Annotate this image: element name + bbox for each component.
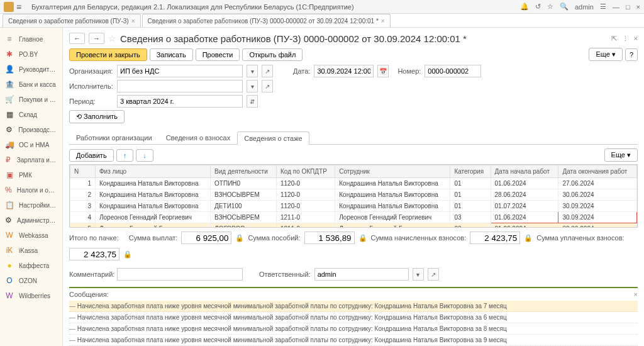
sidebar-item[interactable]: ⚙Администрирование bbox=[0, 213, 62, 228]
sidebar-item[interactable]: ⚙Производство bbox=[0, 122, 62, 137]
sum-pay-input[interactable] bbox=[181, 232, 231, 244]
close-tab-icon[interactable]: × bbox=[131, 18, 135, 25]
seniority-table[interactable]: NФиз лицоВид деятельностиКод по ОКПДТРСо… bbox=[70, 165, 637, 228]
external-icon[interactable]: ⇱ bbox=[611, 35, 617, 43]
hamburger-icon[interactable]: ≡ bbox=[16, 2, 26, 12]
sidebar-label: РО.BY bbox=[19, 51, 38, 58]
add-row-button[interactable]: Добавить bbox=[69, 149, 114, 162]
sidebar-label: Каффеста bbox=[19, 262, 49, 269]
sidebar-item[interactable]: iKiKassa bbox=[0, 243, 62, 258]
responsible-open-icon[interactable]: ↗ bbox=[428, 268, 439, 281]
executor-open-icon[interactable]: ↗ bbox=[262, 80, 273, 92]
sidebar-item[interactable]: 🛒Покупки и продажи bbox=[0, 92, 62, 107]
period-spinner-icon[interactable]: ⇵ bbox=[247, 95, 258, 108]
column-header[interactable]: Дата окончания работ bbox=[558, 165, 637, 178]
close-app-icon[interactable]: × bbox=[636, 3, 640, 11]
tab[interactable]: Сведения о стаже bbox=[237, 131, 309, 145]
doc-tab[interactable]: Сведения о заработке работников (ПУ-3) 0… bbox=[142, 14, 391, 27]
messages-close-icon[interactable]: × bbox=[634, 291, 638, 298]
nav-back[interactable]: ← bbox=[69, 33, 85, 44]
comment-input[interactable] bbox=[117, 268, 243, 281]
sidebar-item[interactable]: ₽Зарплата и кадры bbox=[0, 152, 62, 167]
sidebar-icon: W bbox=[5, 291, 14, 300]
history-icon[interactable]: ↺ bbox=[535, 3, 541, 11]
sidebar-item[interactable]: ▦Склад bbox=[0, 107, 62, 122]
sidebar-item[interactable]: 🚚ОС и НМА bbox=[0, 137, 62, 152]
star-icon[interactable]: ☆ bbox=[108, 33, 116, 43]
close-doc-icon[interactable]: × bbox=[634, 35, 638, 43]
sidebar-label: Склад bbox=[19, 111, 37, 118]
column-header[interactable]: N bbox=[70, 165, 96, 178]
doc-tab[interactable]: Сведения о заработке работников (ПУ-3)× bbox=[3, 14, 141, 27]
help-button[interactable]: ? bbox=[625, 48, 638, 61]
sum-acc-input[interactable] bbox=[470, 232, 520, 244]
period-input[interactable] bbox=[117, 95, 243, 108]
sidebar-item[interactable]: %Налоги и отчетность bbox=[0, 182, 62, 198]
number-input[interactable] bbox=[425, 65, 481, 77]
sidebar-label: Зарплата и кадры bbox=[17, 157, 57, 164]
table-row[interactable]: 5Лореонов Геннадий ГеоргиевичДОГОВОР1211… bbox=[70, 223, 637, 228]
sum-paid-input[interactable] bbox=[69, 248, 119, 260]
lock-icon: 🔒 bbox=[524, 234, 533, 242]
move-up-button[interactable]: ↑ bbox=[116, 149, 134, 162]
favorite-icon[interactable]: ☆ bbox=[547, 3, 553, 11]
sidebar-item[interactable]: ▣РМК bbox=[0, 167, 62, 182]
nav-fwd[interactable]: → bbox=[89, 33, 104, 44]
sidebar-item[interactable]: ✱РО.BY bbox=[0, 47, 62, 62]
column-header[interactable]: Категория bbox=[450, 165, 491, 178]
column-header[interactable]: Вид деятельности bbox=[211, 165, 277, 178]
settings-icon[interactable]: ☰ bbox=[600, 3, 606, 11]
sidebar-item[interactable]: OOZON bbox=[0, 273, 62, 288]
more-button[interactable]: Еще ▾ bbox=[589, 48, 622, 61]
doc-title: Сведения о заработке работников (ПУ-3) 0… bbox=[120, 33, 467, 44]
table-more-button[interactable]: Еще ▾ bbox=[604, 148, 638, 162]
post-button[interactable]: Провести bbox=[196, 48, 240, 61]
org-open-icon[interactable]: ↗ bbox=[262, 65, 273, 77]
minimize-icon[interactable]: — bbox=[613, 3, 619, 11]
org-dropdown-icon[interactable]: ▾ bbox=[247, 65, 258, 77]
executor-input[interactable] bbox=[117, 80, 243, 92]
doc-tabs: Сведения о заработке работников (ПУ-3)×С… bbox=[0, 14, 644, 28]
message-item[interactable]: Начислена заработная плата ниже уровня м… bbox=[69, 335, 638, 346]
tab[interactable]: Сведения о взносах bbox=[159, 131, 238, 144]
responsible-dropdown-icon[interactable]: ▾ bbox=[413, 268, 424, 281]
responsible-input[interactable] bbox=[314, 268, 409, 281]
message-item[interactable]: Начислена заработная плата ниже уровня м… bbox=[69, 301, 638, 312]
message-item[interactable]: Начислена заработная плата ниже уровня м… bbox=[69, 323, 638, 335]
sidebar-item[interactable]: 📋Настройки учета bbox=[0, 198, 62, 213]
sidebar-item[interactable]: WWildberries bbox=[0, 288, 62, 303]
maximize-icon[interactable]: □ bbox=[626, 3, 630, 11]
column-header[interactable]: Код по ОКПДТР bbox=[276, 165, 335, 178]
message-item[interactable]: Начислена заработная плата ниже уровня м… bbox=[69, 312, 638, 323]
table-row[interactable]: 1Кондрашина Наталья ВикторовнаОТПИН01120… bbox=[70, 178, 637, 189]
table-row[interactable]: 4Лореонов Геннадий ГеоргиевичВЗНОСЫВРЕМ1… bbox=[70, 212, 637, 223]
lock-icon: 🔒 bbox=[358, 234, 367, 242]
tab[interactable]: Работники организации bbox=[69, 131, 159, 144]
sidebar-item[interactable]: 🏦Банк и касса bbox=[0, 77, 62, 92]
column-header[interactable]: Дата начала работ bbox=[491, 165, 558, 178]
save-button[interactable]: Записать bbox=[150, 48, 193, 61]
column-header[interactable]: Сотрудник bbox=[335, 165, 450, 178]
bell-icon[interactable]: 🔔 bbox=[520, 3, 529, 11]
sum-ben-input[interactable] bbox=[304, 232, 355, 244]
sidebar-item[interactable]: WWebkassa bbox=[0, 228, 62, 243]
calendar-icon[interactable]: 📅 bbox=[377, 65, 389, 77]
fill-button[interactable]: ⟲ Заполнить bbox=[69, 110, 125, 123]
close-tab-icon[interactable]: × bbox=[381, 18, 385, 25]
sidebar-item[interactable]: ●Каффеста bbox=[0, 258, 62, 273]
options-icon[interactable]: ⋮ bbox=[622, 35, 629, 43]
sidebar-icon: ⚙ bbox=[5, 216, 12, 225]
search-icon[interactable]: 🔍 bbox=[560, 3, 569, 11]
org-input[interactable] bbox=[117, 65, 243, 77]
sidebar-item[interactable]: 👤Руководителю bbox=[0, 62, 62, 77]
table-row[interactable]: 2Кондрашина Наталья ВикторовнаВЗНОСЫВРЕМ… bbox=[70, 189, 637, 201]
open-file-button[interactable]: Открыть файл bbox=[242, 48, 303, 61]
move-down-button[interactable]: ↓ bbox=[136, 149, 153, 162]
post-close-button[interactable]: Провести и закрыть bbox=[69, 48, 147, 61]
executor-dropdown-icon[interactable]: ▾ bbox=[247, 80, 258, 92]
date-input[interactable] bbox=[314, 65, 374, 77]
sidebar-item[interactable]: ≡Главное bbox=[0, 31, 62, 47]
user-name[interactable]: admin bbox=[575, 3, 594, 11]
table-row[interactable]: 3Кондрашина Наталья ВикторовнаДЕТИ100112… bbox=[70, 201, 637, 212]
column-header[interactable]: Физ лицо bbox=[96, 165, 211, 178]
